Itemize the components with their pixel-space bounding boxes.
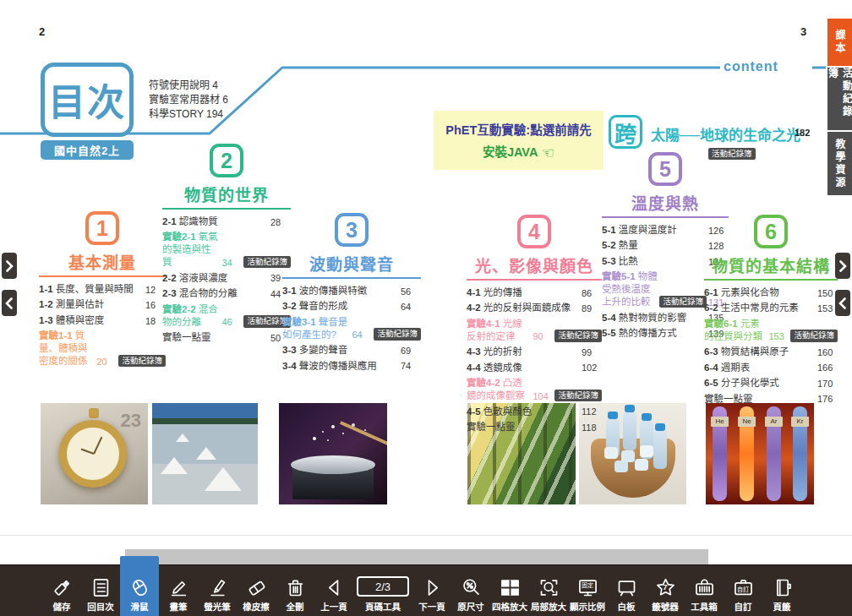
tool-toolbox[interactable]: 工具箱	[685, 564, 724, 616]
front-matter-item[interactable]: 實驗室常用器材 6	[149, 93, 228, 107]
toc-item[interactable]: 6-3 物質結構與原子160	[704, 346, 838, 358]
toc-item[interactable]: 實驗4-1 光線反射的定律90活動紀錄簿	[467, 318, 602, 343]
tool-back-to-toc[interactable]: 回目次	[81, 564, 120, 616]
chevron-right-icon	[838, 260, 847, 272]
left-edge-back-button[interactable]	[2, 290, 17, 316]
toc-item[interactable]: 1-3 體積與密度18	[39, 314, 166, 327]
tool-number-picker[interactable]: 7籤號器	[646, 564, 685, 616]
toc-item[interactable]: 實驗6-1 元素的性質與分類153活動紀錄簿	[704, 318, 838, 343]
toc-item[interactable]: 4-5 色散與顏色112	[467, 406, 602, 418]
right-edge-forward-button[interactable]	[835, 253, 850, 279]
horizontal-scrollbar-thumb[interactable]	[125, 549, 708, 564]
tool-page-tool[interactable]: 2/3頁碼工具	[353, 564, 412, 616]
tool-save[interactable]: 儲存	[42, 564, 81, 616]
left-edge-forward-button[interactable]	[2, 253, 17, 279]
tool-region-zoom[interactable]: 局部放大	[529, 564, 568, 616]
trash-icon	[283, 575, 307, 599]
toc-item[interactable]: 6-4 週期表166	[704, 362, 838, 374]
tool-eraser[interactable]: 橡皮擦	[237, 564, 276, 616]
toc-item[interactable]: 實驗4-2 凸透鏡的成像觀察104活動紀錄簿	[467, 377, 602, 402]
toc-item[interactable]: 3-4 聲波的傳播與應用74	[282, 360, 421, 373]
sidebar-tab-activity-record-book[interactable]: 活動紀錄簿	[827, 68, 852, 130]
chapter-number-badge: 4	[517, 215, 551, 248]
toc-item-page: 99	[582, 346, 602, 358]
chapter-title: 溫度與熱	[602, 191, 729, 214]
tool-page-tabs[interactable]: 頁籤	[762, 564, 801, 616]
toc-item[interactable]: 實驗一點靈118	[467, 421, 602, 433]
toc-logo-box: 目次	[41, 63, 134, 137]
sidebar-tab-textbook[interactable]: 課本	[827, 19, 852, 66]
tool-pen[interactable]: 畫筆	[159, 564, 198, 616]
activity-book-tag[interactable]: 活動紀錄簿	[118, 355, 166, 367]
toc-item[interactable]: 1-2 測量與估計16	[39, 298, 166, 311]
tool-mouse[interactable]: 滑鼠	[120, 556, 159, 616]
toc-item[interactable]: 6-1 元素與化合物150	[704, 286, 838, 299]
front-matter-item[interactable]: 科學STORY 194	[149, 107, 228, 122]
toc-item[interactable]: 實驗一點靈50	[162, 331, 291, 344]
activity-book-tag[interactable]: 活動紀錄簿	[554, 390, 602, 401]
activity-book-tag[interactable]: 活動紀錄簿	[554, 330, 602, 341]
photo-noble-gas-discharge-tubes: He Ne Ar Kr	[706, 403, 814, 504]
tool-label: 工具箱	[691, 600, 718, 613]
front-matter-item[interactable]: 符號使用說明 4	[149, 79, 228, 93]
chapter-title: 物質的世界	[162, 183, 291, 205]
activity-book-tag[interactable]: 活動紀錄簿	[659, 296, 707, 308]
toc-item[interactable]: 6-5 分子與化學式170	[704, 377, 838, 390]
tool-display-scale[interactable]: 固定顯示比例	[568, 564, 607, 616]
toc-item[interactable]: 實驗一點靈176	[704, 393, 838, 406]
toc-item-page: 160	[817, 346, 838, 358]
toc-item[interactable]: 實驗3-1 聲音是如何產生的?64活動紀錄簿	[282, 316, 421, 341]
toc-item[interactable]: 3-1 波的傳播與特徵56	[282, 285, 421, 297]
toc-item-page: 89	[582, 303, 602, 314]
tool-label: 儲存	[53, 600, 71, 613]
tool-four-pane-zoom[interactable]: 四格放大	[490, 564, 529, 616]
chapter-number-badge: 2	[210, 144, 243, 177]
toc-item-page: 69	[401, 345, 421, 357]
toc-item[interactable]: 4-4 透鏡成像102	[467, 362, 602, 374]
watch-face	[59, 420, 127, 488]
usb-drive-icon	[50, 575, 74, 599]
toc-item[interactable]: 3-3 多變的聲音69	[282, 344, 421, 357]
cross-topic-link[interactable]: 太陽──地球的生命之光	[651, 123, 800, 144]
chapter-number-badge: 5	[648, 152, 682, 186]
toc-item[interactable]: 4-2 光的反射與面鏡成像89	[467, 302, 602, 314]
tool-highlighter[interactable]: 螢光筆	[198, 564, 237, 616]
toc-item[interactable]: 3-2 聲音的形成64	[282, 300, 421, 313]
page-tab-icon	[770, 575, 794, 599]
tool-prev-page[interactable]: 上一頁	[314, 564, 353, 616]
tool-label: 自訂	[735, 600, 752, 613]
chapter-underline	[39, 275, 166, 277]
chevron-right-icon	[5, 260, 14, 272]
highlighter-icon	[205, 575, 229, 599]
tool-original-size[interactable]: 原尺寸	[451, 564, 490, 616]
phet-note[interactable]: PhET互動實驗:點選前請先 安裝JAVA ☜	[434, 111, 604, 170]
toc-item[interactable]: 4-3 光的折射99	[467, 346, 602, 358]
tool-label: 白板	[618, 600, 636, 613]
activity-book-tag[interactable]: 活動紀錄簿	[374, 328, 421, 340]
toc-item[interactable]: 2-3 混合物的分離44	[162, 287, 291, 300]
chapter-title: 物質的基本結構	[704, 253, 838, 276]
tool-delete-all[interactable]: 全刪	[276, 564, 314, 616]
chapter-3: 3波動與聲音3-1 波的傳播與特徵563-2 聲音的形成64實驗3-1 聲音是如…	[282, 213, 421, 375]
chapter-4: 4光、影像與顏色4-1 光的傳播864-2 光的反射與面鏡成像89實驗4-1 光…	[467, 215, 602, 436]
sidebar-tab-teaching-resources[interactable]: 教學資源	[827, 132, 852, 195]
toc-item[interactable]: 4-1 光的傳播86	[467, 286, 602, 299]
tool-label: 籤號器	[652, 600, 679, 613]
tool-label: 原尺寸	[457, 600, 484, 613]
toc-item[interactable]: 2-1 認識物質28	[162, 215, 291, 228]
right-edge-back-button[interactable]	[835, 290, 850, 316]
tool-next-page[interactable]: 下一頁	[412, 564, 451, 616]
toc-item[interactable]: 實驗2-2 混合物的分離46活動紀錄簿	[162, 303, 291, 329]
toc-item[interactable]: 2-2 溶液與濃度39	[162, 272, 291, 285]
tool-label: 四格放大	[492, 600, 527, 613]
toc-item[interactable]: 1-1 長度、質量與時間12	[39, 283, 166, 296]
toc-item[interactable]: 6-2 生活中常見的元素153	[704, 302, 838, 314]
activity-book-tag[interactable]: 活動紀錄簿	[790, 330, 838, 341]
toc-item[interactable]: 實驗1-1 質量、體積與密度的關係20活動紀錄簿	[39, 330, 166, 368]
tool-custom[interactable]: 自訂自訂	[724, 564, 762, 616]
tool-whiteboard[interactable]: 白板	[607, 564, 646, 616]
toc-item[interactable]: 實驗2-1 氧氣的製造與性質34活動紀錄簿	[162, 231, 291, 269]
gas-label: Kr	[791, 417, 809, 427]
chapter-number-badge: 1	[85, 211, 119, 245]
page-number-indicator[interactable]: 2/3	[357, 576, 409, 597]
